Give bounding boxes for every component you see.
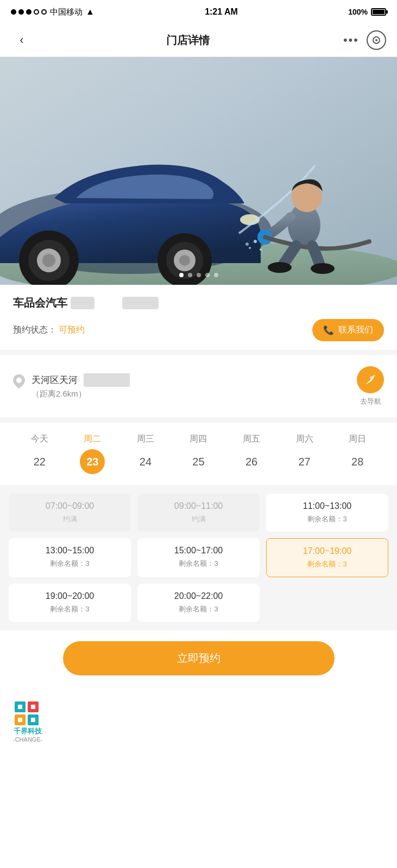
timeslot-remain-1: 约满 bbox=[192, 514, 206, 524]
contact-button[interactable]: 📞 联系我们 bbox=[312, 319, 384, 341]
timeslot-time-1: 09:00~11:00 bbox=[174, 501, 223, 511]
location-address: 天河区天河 bbox=[31, 373, 357, 387]
battery-label: 100% bbox=[348, 8, 368, 16]
hero-dot-1 bbox=[179, 273, 184, 277]
date-item-today[interactable]: 今天 22 bbox=[21, 433, 59, 474]
carrier-label: 中国移动 bbox=[50, 7, 83, 17]
date-number-2: 24 bbox=[133, 449, 158, 474]
location-pin-icon bbox=[13, 374, 25, 392]
svg-rect-28 bbox=[18, 718, 22, 722]
hero-dot-2 bbox=[188, 273, 192, 277]
date-day-label-1: 周二 bbox=[84, 433, 101, 445]
bottom-area: 立即预约 bbox=[0, 630, 397, 692]
navigation-arrow-icon bbox=[357, 366, 384, 393]
status-time: 1:21 AM bbox=[205, 7, 238, 17]
hero-dot-4 bbox=[205, 273, 210, 277]
timeslot-0900[interactable]: 09:00~11:00 约满 bbox=[137, 494, 260, 532]
timeslot-grid: 07:00~09:00 约满 09:00~11:00 约满 11:00~13:0… bbox=[9, 494, 388, 622]
date-number-5: 27 bbox=[292, 449, 317, 474]
hero-image-content bbox=[0, 57, 397, 285]
hero-dot-5 bbox=[214, 273, 218, 277]
location-text: 天河区天河 （距离2.6km） bbox=[31, 373, 357, 400]
shop-info-section: 车品会汽车 会汽 预约状态： 可预约 📞 联系我们 bbox=[0, 285, 397, 350]
shop-status-row: 预约状态： 可预约 📞 联系我们 bbox=[13, 319, 384, 341]
timeslot-1500[interactable]: 15:00~17:00 剩余名额：3 bbox=[137, 538, 260, 577]
svg-point-20 bbox=[245, 242, 249, 246]
date-item-sun[interactable]: 周日 28 bbox=[338, 433, 376, 474]
section-divider-2 bbox=[0, 417, 397, 423]
svg-point-6 bbox=[42, 254, 55, 267]
location-distance: （距离2.6km） bbox=[31, 389, 357, 399]
location-section: 天河区天河 （距离2.6km） 去导航 bbox=[0, 355, 397, 417]
timeslot-1900[interactable]: 19:00~20:00 剩余名额：3 bbox=[9, 584, 131, 622]
footer: 千界科技 -CHANGE- bbox=[0, 692, 397, 756]
brand-logo-icon bbox=[14, 700, 42, 726]
page-title: 门店详情 bbox=[166, 33, 210, 48]
signal-dots bbox=[11, 9, 47, 15]
wifi-icon: ▲ bbox=[86, 7, 94, 17]
location-left: 天河区天河 （距离2.6km） bbox=[13, 373, 357, 400]
date-day-label-0: 今天 bbox=[31, 433, 48, 445]
timeslot-time-7: 20:00~22:00 bbox=[174, 591, 223, 601]
date-number-6: 28 bbox=[345, 449, 370, 474]
timeslot-1100[interactable]: 11:00~13:00 剩余名额：3 bbox=[266, 494, 388, 532]
timeslot-section: 07:00~09:00 约满 09:00~11:00 约满 11:00~13:0… bbox=[0, 485, 397, 630]
more-options-button[interactable]: ••• bbox=[343, 33, 359, 47]
timeslot-remain-3: 剩余名额：3 bbox=[50, 559, 89, 569]
date-item-tue[interactable]: 周二 23 bbox=[73, 433, 111, 474]
date-day-label-4: 周五 bbox=[243, 433, 260, 445]
timeslot-2000[interactable]: 20:00~22:00 剩余名额：3 bbox=[137, 584, 260, 622]
navigation-button[interactable]: 去导航 bbox=[357, 366, 384, 406]
timeslot-remain-5: 剩余名额：3 bbox=[307, 559, 346, 569]
availability-label: 预约状态： 可预约 bbox=[13, 324, 85, 336]
svg-rect-29 bbox=[31, 718, 35, 722]
nav-bar: ‹ 门店详情 ••• bbox=[0, 24, 397, 57]
date-day-label-6: 周日 bbox=[349, 433, 366, 445]
back-button[interactable]: ‹ bbox=[11, 29, 33, 51]
hero-banner bbox=[0, 57, 397, 285]
date-item-sat[interactable]: 周六 27 bbox=[286, 433, 324, 474]
hero-dot-3 bbox=[197, 273, 201, 277]
date-item-wed[interactable]: 周三 24 bbox=[127, 433, 165, 474]
timeslot-remain-2: 剩余名额：3 bbox=[307, 514, 346, 524]
timeslot-1300[interactable]: 13:00~15:00 剩余名额：3 bbox=[9, 538, 131, 577]
svg-point-19 bbox=[260, 248, 262, 251]
phone-icon: 📞 bbox=[323, 325, 334, 335]
book-now-button[interactable]: 立即预约 bbox=[63, 641, 335, 675]
scan-button[interactable] bbox=[367, 30, 386, 50]
svg-point-16 bbox=[311, 263, 335, 274]
timeslot-time-2: 11:00~13:00 bbox=[303, 501, 351, 511]
svg-point-15 bbox=[268, 262, 292, 273]
signal-dot-1 bbox=[11, 9, 16, 15]
footer-logo: 千界科技 -CHANGE- bbox=[13, 700, 42, 743]
date-row: 今天 22 周二 23 周三 24 周四 25 周五 26 周六 27 周日 2… bbox=[13, 433, 384, 474]
scan-icon bbox=[373, 36, 380, 44]
svg-rect-27 bbox=[31, 705, 35, 709]
timeslot-remain-7: 剩余名额：3 bbox=[179, 604, 218, 614]
timeslot-time-6: 19:00~20:00 bbox=[46, 591, 94, 601]
battery-icon bbox=[371, 8, 386, 16]
status-bar: 中国移动 ▲ 1:21 AM 100% bbox=[0, 0, 397, 24]
date-item-thu[interactable]: 周四 25 bbox=[179, 433, 217, 474]
svg-point-21 bbox=[16, 378, 22, 383]
date-number-3: 25 bbox=[186, 449, 211, 474]
signal-dot-5 bbox=[41, 9, 47, 15]
section-divider-1 bbox=[0, 350, 397, 355]
svg-rect-26 bbox=[18, 705, 22, 709]
timeslot-0700[interactable]: 07:00~09:00 约满 bbox=[9, 494, 131, 532]
shop-name-blurred-1 bbox=[71, 297, 94, 309]
date-day-label-5: 周六 bbox=[296, 433, 313, 445]
signal-dot-4 bbox=[34, 9, 39, 15]
shop-name-blurred-2 bbox=[122, 297, 159, 309]
timeslot-1700[interactable]: 17:00~19:00 剩余名额：3 bbox=[266, 538, 388, 577]
navigation-label: 去导航 bbox=[360, 397, 381, 406]
date-item-fri[interactable]: 周五 26 bbox=[232, 433, 270, 474]
svg-point-10 bbox=[179, 255, 190, 266]
date-day-label-2: 周三 bbox=[137, 433, 154, 445]
hero-indicator-dots bbox=[179, 273, 218, 277]
timeslot-time-3: 13:00~15:00 bbox=[46, 546, 94, 556]
svg-point-18 bbox=[249, 247, 251, 249]
brand-name: 千界科技 bbox=[14, 726, 42, 736]
shop-name-row: 车品会汽车 会汽 bbox=[13, 296, 384, 310]
date-selector: 今天 22 周二 23 周三 24 周四 25 周五 26 周六 27 周日 2… bbox=[0, 423, 397, 485]
